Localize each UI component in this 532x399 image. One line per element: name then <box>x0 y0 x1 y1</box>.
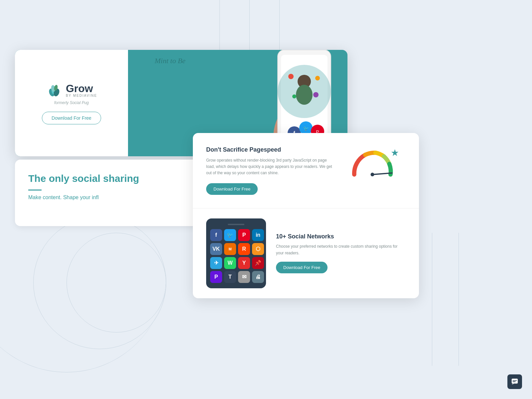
buffer-icon: ⬡ <box>252 243 264 255</box>
svg-point-14 <box>292 94 296 98</box>
social-networks-description: Choose your preferred networks to create… <box>276 243 406 256</box>
twitter-icon: 🐦 <box>224 229 236 241</box>
grow-logo-panel: Grow BY MEDIAVINE formerly Social Pug Do… <box>15 50 128 156</box>
speedometer-gauge: ★ <box>346 147 406 194</box>
grow-title: Grow <box>66 83 97 94</box>
pagespeed-description: Grow operates without render-blocking 3r… <box>206 157 336 177</box>
svg-text:🐦: 🐦 <box>303 126 309 131</box>
features-panel: Don't Sacrifice Pagespeed Grow operates … <box>193 133 419 298</box>
svg-marker-25 <box>512 384 514 385</box>
svg-point-23 <box>371 173 374 176</box>
social-sharing-card: The only social sharing Make content. Sh… <box>15 160 208 226</box>
svg-rect-26 <box>513 380 517 381</box>
pagespeed-title: Don't Sacrifice Pagespeed <box>206 146 336 153</box>
grow-formerly: formerly Social Pug <box>54 100 89 105</box>
download-free-button-hero[interactable]: Download For Free <box>42 112 101 124</box>
social-networks-text: 10+ Social Networks Choose your preferre… <box>276 233 406 273</box>
grow-logo-text: Grow BY MEDIAVINE <box>66 83 97 97</box>
gauge-star-icon: ★ <box>391 147 399 158</box>
pagespeed-section: Don't Sacrifice Pagespeed Grow operates … <box>193 133 419 208</box>
yummly-icon: Y <box>238 257 250 269</box>
bg-arc <box>0 273 166 372</box>
chat-button[interactable] <box>507 374 522 389</box>
grow-subtitle: BY MEDIAVINE <box>66 94 97 97</box>
linkedin-icon: in <box>252 229 264 241</box>
social-networks-title: 10+ Social Networks <box>276 233 406 240</box>
svg-point-15 <box>313 92 319 97</box>
svg-rect-24 <box>512 379 518 384</box>
grow-logo-icon <box>46 82 63 98</box>
tumblr-icon: T <box>224 271 236 283</box>
social-sharing-title: The only social sharing <box>28 173 195 184</box>
svg-point-12 <box>288 74 294 79</box>
mix-icon: M <box>224 243 236 255</box>
social-icons-grid: f 🐦 P in VK M R ⬡ ✈ W Y 📌 P T ✉ 🖨 <box>210 229 262 283</box>
svg-point-13 <box>315 76 320 80</box>
mint-to-be-text: Mint to Be <box>155 57 186 65</box>
social-sharing-subtitle: Make content. Shape your infl <box>28 195 195 200</box>
facebook-icon: f <box>210 229 222 241</box>
vk-icon: VK <box>210 243 222 255</box>
social-download-button[interactable]: Download For Free <box>276 262 328 273</box>
social-networks-section: f 🐦 P in VK M R ⬡ ✈ W Y 📌 P T ✉ 🖨 <box>193 208 419 298</box>
social-phone-mockup: f 🐦 P in VK M R ⬡ ✈ W Y 📌 P T ✉ 🖨 <box>206 218 266 288</box>
phone-grid-container: f 🐦 P in VK M R ⬡ ✈ W Y 📌 P T ✉ 🖨 <box>206 218 266 288</box>
grow-logo: Grow BY MEDIAVINE <box>46 82 97 98</box>
telegram-icon: ✈ <box>210 257 222 269</box>
whatsapp-icon: W <box>224 257 236 269</box>
chat-icon <box>511 378 518 385</box>
flipboard-icon: 📌 <box>252 257 264 269</box>
svg-rect-27 <box>513 381 516 382</box>
reddit-icon: R <box>238 243 250 255</box>
bg-line-v5 <box>432 233 432 366</box>
pagespeed-text: Don't Sacrifice Pagespeed Grow operates … <box>206 146 336 195</box>
bg-line-v4 <box>459 233 459 366</box>
print-icon: 🖨 <box>252 271 264 283</box>
svg-point-11 <box>296 85 313 105</box>
teal-divider <box>28 190 42 191</box>
pocket-icon: P <box>210 271 222 283</box>
pagespeed-download-button[interactable]: Download For Free <box>206 183 258 195</box>
pinterest-icon: P <box>238 229 250 241</box>
phone-top-bar <box>228 224 244 225</box>
email-icon: ✉ <box>238 271 250 283</box>
